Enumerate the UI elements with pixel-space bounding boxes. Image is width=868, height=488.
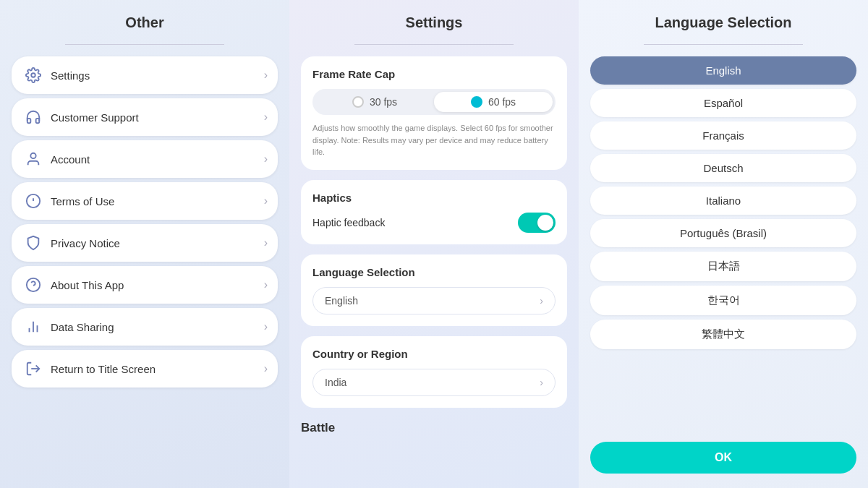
- return-to-title-icon: [22, 357, 45, 380]
- lang-item-espanol[interactable]: Español: [590, 89, 856, 117]
- account-label: Account: [51, 153, 264, 166]
- language-selection-card: Language Selection English ›: [301, 254, 567, 326]
- lang-item-italiano[interactable]: Italiano: [590, 187, 856, 215]
- data-sharing-icon: [22, 315, 45, 338]
- haptics-card: Haptics Haptic feedback: [301, 180, 567, 244]
- customer-support-label: Customer Support: [51, 111, 264, 124]
- settings-divider: [354, 44, 514, 45]
- settings-chevron-icon: ›: [264, 69, 268, 82]
- frame-rate-card: Frame Rate Cap 30 fps 60 fps Adjusts how…: [301, 56, 567, 170]
- privacy-notice-chevron-icon: ›: [264, 236, 268, 249]
- lang-item-francais[interactable]: Français: [590, 121, 856, 150]
- fps-30-label: 30 fps: [370, 96, 397, 108]
- menu-item-terms-of-use[interactable]: Terms of Use›: [12, 182, 278, 220]
- terms-of-use-label: Terms of Use: [51, 195, 264, 207]
- fps-description: Adjusts how smoothly the game displays. …: [312, 122, 556, 158]
- about-this-app-label: About This App: [51, 279, 264, 291]
- country-section-label: Country or Region: [312, 348, 556, 360]
- customer-support-chevron-icon: ›: [264, 111, 268, 124]
- about-this-app-chevron-icon: ›: [264, 278, 268, 291]
- return-to-title-chevron-icon: ›: [264, 362, 268, 375]
- menu-item-settings[interactable]: Settings›: [12, 56, 278, 94]
- lang-item-korean[interactable]: 한국어: [590, 286, 856, 315]
- fps-30-radio[interactable]: [352, 96, 364, 108]
- frame-rate-label: Frame Rate Cap: [312, 68, 556, 80]
- country-region-card: Country or Region India ›: [301, 336, 567, 408]
- country-selector[interactable]: India ›: [312, 369, 556, 396]
- battle-label: Battle: [301, 421, 335, 435]
- language-selector[interactable]: English ›: [312, 287, 556, 314]
- customer-support-icon: [22, 106, 45, 129]
- menu-item-return-to-title[interactable]: Return to Title Screen›: [12, 350, 278, 388]
- lang-item-deutsch[interactable]: Deutsch: [590, 154, 856, 182]
- menu-list: Settings› Customer Support› Account› Ter…: [12, 56, 278, 388]
- language-list: EnglishEspañolFrançaisDeutschItalianoPor…: [590, 56, 856, 349]
- settings-title: Settings: [406, 14, 463, 31]
- fps-60-option[interactable]: 60 fps: [434, 92, 553, 112]
- privacy-notice-label: Privacy Notice: [51, 237, 264, 249]
- haptics-section-label: Haptics: [312, 192, 556, 204]
- fps-60-label: 60 fps: [488, 96, 516, 108]
- terms-of-use-chevron-icon: ›: [264, 194, 268, 207]
- about-this-app-icon: [22, 273, 45, 296]
- panel-settings: Settings Frame Rate Cap 30 fps 60 fps Ad…: [289, 0, 579, 488]
- language-section-label: Language Selection: [312, 266, 556, 278]
- ok-button[interactable]: OK: [590, 442, 856, 474]
- terms-of-use-icon: [22, 189, 45, 213]
- fps-60-radio[interactable]: [471, 96, 482, 108]
- panel-language: Language Selection EnglishEspañolFrançai…: [579, 0, 868, 488]
- settings-icon: [22, 64, 45, 87]
- svg-point-0: [31, 73, 35, 77]
- language-chevron-icon: ›: [540, 295, 543, 307]
- svg-point-1: [30, 153, 35, 158]
- country-chevron-icon: ›: [540, 377, 543, 388]
- menu-item-data-sharing[interactable]: Data Sharing›: [12, 308, 278, 346]
- lang-panel-title: Language Selection: [655, 14, 792, 31]
- panel-other-title: Other: [125, 14, 163, 31]
- privacy-notice-icon: [22, 231, 45, 254]
- account-chevron-icon: ›: [264, 153, 268, 166]
- country-current-value: India: [325, 377, 346, 388]
- lang-divider: [644, 44, 804, 45]
- fps-30-option[interactable]: 30 fps: [315, 92, 434, 112]
- lang-item-english[interactable]: English: [590, 56, 856, 85]
- lang-item-portugues-brasil[interactable]: Português (Brasil): [590, 219, 856, 247]
- fps-toggle[interactable]: 30 fps 60 fps: [312, 89, 556, 115]
- menu-item-customer-support[interactable]: Customer Support›: [12, 98, 278, 136]
- settings-label: Settings: [51, 69, 264, 82]
- language-current-value: English: [325, 295, 358, 307]
- title-divider: [65, 44, 225, 45]
- account-icon: [22, 147, 45, 171]
- lang-item-traditional-chinese[interactable]: 繁體中文: [590, 320, 856, 349]
- menu-item-account[interactable]: Account›: [12, 140, 278, 178]
- haptic-feedback-label: Haptic feedback: [312, 217, 385, 228]
- menu-item-privacy-notice[interactable]: Privacy Notice›: [12, 224, 278, 262]
- data-sharing-chevron-icon: ›: [264, 320, 268, 333]
- data-sharing-label: Data Sharing: [51, 321, 264, 333]
- haptics-row: Haptic feedback: [312, 213, 556, 233]
- lang-item-japanese[interactable]: 日本語: [590, 252, 856, 281]
- haptic-toggle[interactable]: [518, 213, 556, 233]
- menu-item-about-this-app[interactable]: About This App›: [12, 266, 278, 304]
- panel-other: Other Settings› Customer Support› Accoun…: [0, 0, 289, 488]
- return-to-title-label: Return to Title Screen: [51, 363, 264, 375]
